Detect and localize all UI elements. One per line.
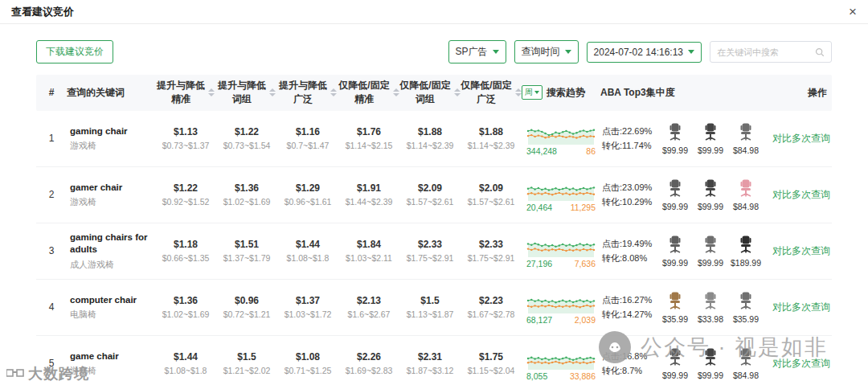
aba-cell: 点击:19.49%转化:8.08%$99.99$99.99$189.99 — [600, 235, 761, 268]
click-rate: 点击:16.27% — [602, 293, 653, 308]
bid-range: $1.08~$1.8 — [155, 366, 216, 375]
product-price: $33.98 — [698, 314, 723, 324]
bid-cell: $2.13$1.6~$2.67 — [338, 295, 399, 319]
action-cell: 对比多次查询 — [761, 357, 832, 371]
product-price: $35.99 — [662, 314, 688, 324]
col-raise-lower-broad: 提升与降低广泛 — [277, 75, 338, 111]
bid-range: $1.37~$1.79 — [216, 253, 277, 263]
chair-image — [736, 235, 755, 256]
ad-type-select[interactable]: SP广告 — [448, 40, 506, 63]
bid-cell: $2.09$1.57~$2.61 — [461, 182, 522, 207]
datetime-select[interactable]: 2024-07-02 14:16:13 — [587, 42, 702, 63]
bid-value: $1.51 — [216, 239, 277, 250]
row-index: 2 — [36, 189, 67, 200]
bid-cell: $1.36$1.02~$1.69 — [155, 295, 216, 319]
product-price: $84.98 — [733, 202, 759, 211]
col-keyword: 查询的关键词 — [67, 82, 155, 104]
bid-value: $2.09 — [461, 182, 522, 194]
bid-value: $1.08 — [277, 351, 338, 362]
bid-range: $0.96~$1.61 — [277, 197, 338, 207]
click-rate: 点击:19.49% — [602, 236, 653, 252]
compare-queries-link[interactable]: 对比多次查询 — [772, 358, 830, 369]
chair-image — [701, 122, 720, 144]
bid-cell: $1.75$1.15~$2.04 — [461, 351, 522, 375]
bid-range: $1.69~$2.83 — [338, 366, 399, 375]
product-price: $99.99 — [662, 202, 688, 211]
trend-period-label: 周 — [525, 87, 533, 98]
sort-icon[interactable] — [515, 88, 522, 96]
compare-queries-link[interactable]: 对比多次查询 — [772, 245, 830, 256]
bid-value: $2.31 — [399, 351, 461, 362]
keyword-translation: 游戏椅 — [70, 196, 155, 208]
table-row: 3gaming chairs for adults成人游戏椅$1.18$0.66… — [36, 223, 832, 280]
bid-cell: $1.5$1.13~$1.87 — [399, 295, 461, 319]
chair-image — [736, 347, 755, 369]
product-thumb: $189.99 — [731, 235, 761, 268]
bid-value: $1.16 — [277, 126, 338, 137]
row-index: 1 — [36, 133, 67, 144]
trend-green-value: 8,055 — [526, 371, 547, 381]
sort-icon[interactable] — [330, 88, 337, 96]
search-input[interactable] — [717, 47, 815, 57]
bid-range: $1.6~$2.67 — [338, 309, 399, 319]
keyword-cell: gaming chair游戏椅 — [67, 125, 155, 153]
bid-value: $2.23 — [461, 295, 522, 306]
table-row: 4computer chair电脑椅$1.36$1.02~$1.69$0.96$… — [36, 280, 832, 336]
bid-value: $2.13 — [338, 295, 399, 306]
bid-value: $1.5 — [399, 295, 461, 306]
product-thumb: $84.98 — [731, 347, 761, 380]
product-thumb: $99.99 — [660, 347, 690, 380]
datetime-value: 2024-07-02 14:16:13 — [594, 47, 683, 58]
product-thumb: $99.99 — [695, 178, 726, 211]
click-rate: 点击:22.69% — [602, 124, 653, 139]
bid-cell: $1.88$1.14~$2.39 — [399, 126, 461, 150]
bid-cell: $1.08$0.71~$1.25 — [277, 351, 338, 375]
site-logo: 大数跨境 — [6, 364, 89, 383]
bid-value: $2.33 — [461, 239, 522, 250]
trend-green-value: 344,248 — [526, 146, 557, 156]
trend-orange-value: 2,039 — [575, 315, 596, 325]
table-row: 5game chair游戏椅$1.44$1.08~$1.8$1.5$1.21~$… — [36, 336, 832, 385]
bid-range: $1.21~$2.02 — [216, 366, 277, 375]
compare-queries-link[interactable]: 对比多次查询 — [772, 133, 830, 144]
keyword-search — [710, 41, 832, 63]
bid-range: $1.13~$1.87 — [399, 309, 461, 319]
bid-value: $0.96 — [216, 295, 277, 306]
bid-range: $0.66~$1.35 — [155, 253, 216, 263]
bid-value: $1.22 — [155, 182, 216, 194]
keyword-cell: gaming chairs for adults成人游戏椅 — [67, 231, 155, 271]
col-search-trend: 周 搜索趋势 — [522, 81, 600, 104]
query-time-select[interactable]: 查询时间 — [514, 40, 579, 63]
action-cell: 对比多次查询 — [761, 188, 832, 202]
sort-icon[interactable] — [208, 88, 215, 96]
compare-queries-link[interactable]: 对比多次查询 — [772, 301, 830, 313]
bid-value: $2.33 — [399, 239, 461, 250]
sort-icon[interactable] — [393, 88, 399, 96]
search-icon — [815, 47, 825, 57]
trend-period-select[interactable]: 周 — [522, 85, 542, 100]
product-price: $99.99 — [698, 145, 723, 155]
chair-image — [701, 347, 720, 369]
aba-metrics: 点击:16.8%转化:8.7% — [602, 349, 653, 379]
site-name: 大数跨境 — [28, 364, 89, 383]
compare-queries-link[interactable]: 对比多次查询 — [772, 189, 830, 200]
product-thumb: $84.98 — [731, 178, 761, 211]
toolbar: 下载建议竞价 SP广告 查询时间 2024-07-02 14:16:13 — [36, 40, 832, 63]
click-rate: 点击:23.09% — [602, 180, 653, 195]
download-button[interactable]: 下载建议竞价 — [36, 40, 113, 63]
close-icon[interactable]: × — [849, 5, 857, 18]
bid-cell: $1.84$1.03~$2.11 — [338, 239, 399, 263]
keyword: gamer chair — [70, 182, 155, 195]
bid-value: $1.44 — [155, 351, 216, 362]
conversion-rate: 转化:10.29% — [602, 195, 653, 210]
bid-range: $1.14~$2.15 — [338, 141, 399, 150]
dialog-title: 查看建议竞价 — [11, 5, 74, 19]
aba-metrics: 点击:22.69%转化:11.74% — [602, 124, 653, 154]
conversion-rate: 转化:8.7% — [602, 363, 653, 379]
bid-cell: $1.51$1.37~$1.79 — [216, 239, 277, 263]
sort-icon[interactable] — [454, 88, 461, 96]
bid-value: $2.26 — [338, 351, 399, 362]
table-body: 1gaming chair游戏椅$1.13$0.73~$1.37$1.22$0.… — [36, 111, 832, 385]
bid-cell: $2.23$1.67~$2.78 — [461, 295, 522, 319]
sort-icon[interactable] — [269, 88, 276, 96]
